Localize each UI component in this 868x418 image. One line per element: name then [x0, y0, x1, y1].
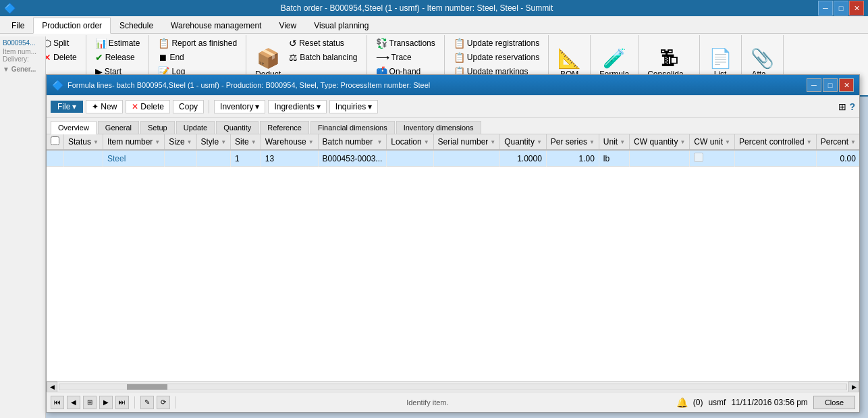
col-item-number[interactable]: Item number▼ — [103, 134, 164, 150]
tab-schedule[interactable]: Schedule — [111, 18, 162, 33]
edit-record-button[interactable]: ✎ — [140, 396, 154, 409]
scroll-track[interactable] — [59, 384, 847, 390]
nav-first-button[interactable]: ⏮ — [51, 396, 64, 409]
reset-status-button[interactable]: ↺ Reset status — [286, 36, 360, 50]
col-location[interactable]: Location▼ — [387, 134, 433, 150]
status-sep-2 — [175, 396, 176, 409]
tab-general[interactable]: General — [98, 121, 139, 134]
update-reservations-button[interactable]: 📋 Update reservations — [450, 51, 543, 64]
nav-next-button[interactable]: ▶ — [99, 396, 113, 409]
modal-delete-icon: ✕ — [132, 102, 138, 111]
modal-copy-button[interactable]: Copy — [173, 100, 204, 113]
col-batch-number[interactable]: Batch number▼ — [318, 134, 387, 150]
location-sort: ▼ — [424, 139, 429, 145]
cw-unit-sort: ▼ — [725, 139, 730, 145]
update-reg-icon: 📋 — [454, 38, 465, 49]
select-all-checkbox[interactable] — [51, 136, 59, 145]
tab-reference[interactable]: Reference — [260, 121, 309, 134]
bell-icon[interactable]: 🔔 — [676, 397, 688, 408]
app-icon: 🔷 — [4, 3, 16, 14]
trace-button[interactable]: ⟶ Trace — [373, 51, 439, 64]
nav-last-button[interactable]: ⏭ — [115, 396, 129, 409]
col-site[interactable]: Site▼ — [231, 134, 261, 150]
modal-close-main-button[interactable]: Close — [813, 396, 855, 409]
col-serial-number[interactable]: Serial number▼ — [433, 134, 500, 150]
modal-restore-button[interactable]: □ — [823, 78, 838, 92]
tab-warehouse-management[interactable]: Warehouse management — [162, 18, 270, 33]
end-button[interactable]: ⏹ End — [155, 51, 240, 64]
col-warehouse[interactable]: Warehouse▼ — [261, 134, 318, 150]
style-sort: ▼ — [221, 139, 226, 145]
row-location — [387, 150, 433, 167]
tab-setup[interactable]: Setup — [140, 121, 175, 134]
col-percent[interactable]: Percent▼ — [816, 134, 859, 150]
cw-unit-checkbox[interactable] — [694, 153, 703, 162]
col-style[interactable]: Style▼ — [196, 134, 231, 150]
scroll-left-button[interactable]: ◀ — [47, 382, 57, 392]
modal-tab-bar: Overview General Setup Update Quantity R… — [47, 118, 859, 134]
tab-production-order[interactable]: Production order — [33, 18, 111, 34]
nav-grid-button[interactable]: ⊞ — [83, 396, 97, 409]
inventory-arrow: ▾ — [255, 102, 259, 111]
pct-sort: ▼ — [850, 139, 856, 145]
modal-file-button[interactable]: File ▾ — [51, 101, 83, 113]
modal-status-bar: ⏮ ◀ ⊞ ▶ ⏭ ✎ ⟳ Identify item. 🔔 (0) usmf … — [47, 392, 859, 412]
estimate-button[interactable]: 📊 Estimate — [92, 36, 144, 50]
col-percent-controlled[interactable]: Percent controlled▼ — [734, 134, 816, 150]
col-status[interactable]: Status▼ — [64, 134, 103, 150]
release-button[interactable]: ✔ Release — [92, 51, 144, 64]
tab-financial-dimensions[interactable]: Financial dimensions — [310, 121, 395, 134]
release-icon: ✔ — [95, 52, 103, 63]
outer-title-text: Batch order - B000954,Steel (1 - usmf) -… — [16, 3, 818, 13]
col-size[interactable]: Size▼ — [165, 134, 196, 150]
inventory-dropdown-button[interactable]: Inventory ▾ — [214, 100, 265, 113]
serial-sort: ▼ — [490, 139, 495, 145]
col-checkbox[interactable] — [47, 134, 64, 150]
row-percent: 0.00 — [816, 150, 859, 167]
layout-icon[interactable]: ⊞ — [838, 101, 846, 112]
maximize-button[interactable]: □ — [834, 1, 848, 16]
scroll-thumb[interactable] — [127, 384, 167, 390]
col-quantity[interactable]: Quantity▼ — [500, 134, 547, 150]
modal-new-button[interactable]: ✦ New — [86, 100, 123, 113]
col-unit[interactable]: Unit▼ — [599, 134, 629, 150]
help-icon[interactable]: ? — [849, 101, 855, 112]
modal-delete-button[interactable]: ✕ Delete — [126, 100, 170, 113]
ingredients-dropdown-button[interactable]: Ingredients ▾ — [268, 100, 326, 113]
transactions-button[interactable]: 💱 Transactions — [373, 36, 439, 50]
update-registrations-button[interactable]: 📋 Update registrations — [450, 36, 543, 50]
tab-overview[interactable]: Overview — [51, 121, 97, 134]
refresh-button[interactable]: ⟳ — [157, 396, 170, 409]
tab-file[interactable]: File — [3, 18, 33, 33]
outer-close-button[interactable]: ✕ — [849, 1, 864, 16]
tab-inventory-dimensions[interactable]: Inventory dimensions — [396, 121, 481, 134]
tab-view[interactable]: View — [270, 18, 305, 33]
left-item-num: Item num... — [3, 48, 43, 55]
formula-lines-modal: 🔷 Formula lines- batch B000954,Steel (1 … — [46, 74, 860, 413]
table-row[interactable]: Steel 1 13 B000453-0003... 1.0000 1.00 l… — [47, 150, 859, 167]
minimize-button[interactable]: ─ — [818, 1, 833, 16]
app-window: 🔷 Batch order - B000954,Steel (1 - usmf)… — [0, 0, 868, 418]
tab-visual-planning[interactable]: Visual planning — [305, 18, 377, 33]
modal-close-button[interactable]: ✕ — [839, 78, 854, 92]
nav-prev-button[interactable]: ◀ — [67, 396, 80, 409]
deduct-col: ↺ Reset status ⚖ Batch balancing — [286, 36, 360, 64]
inquiries-dropdown-button[interactable]: Inquiries ▾ — [329, 100, 378, 113]
tab-quantity[interactable]: Quantity — [216, 121, 259, 134]
scroll-right-button[interactable]: ▶ — [848, 382, 859, 392]
row-status — [64, 150, 103, 167]
tab-update[interactable]: Update — [176, 121, 215, 134]
batch-balancing-button[interactable]: ⚖ Batch balancing — [286, 51, 360, 64]
col-cw-quantity[interactable]: CW quantity▼ — [630, 134, 690, 150]
bom-icon: 📐 — [558, 49, 581, 68]
horizontal-scrollbar[interactable]: ◀ ▶ — [47, 381, 859, 392]
row-item-number: Steel — [103, 150, 164, 167]
row-per-series: 1.00 — [546, 150, 599, 167]
col-per-series[interactable]: Per series▼ — [546, 134, 599, 150]
batch-sort: ▼ — [377, 139, 382, 145]
modal-minimize-button[interactable]: ─ — [807, 78, 821, 92]
report-finished-button[interactable]: 📋 Report as finished — [155, 36, 240, 50]
datetime-display: 11/11/2016 03:56 pm — [731, 398, 807, 407]
modal-toolbar: File ▾ ✦ New ✕ Delete Copy Inventory ▾ I… — [47, 95, 859, 118]
col-cw-unit[interactable]: CW unit▼ — [690, 134, 735, 150]
